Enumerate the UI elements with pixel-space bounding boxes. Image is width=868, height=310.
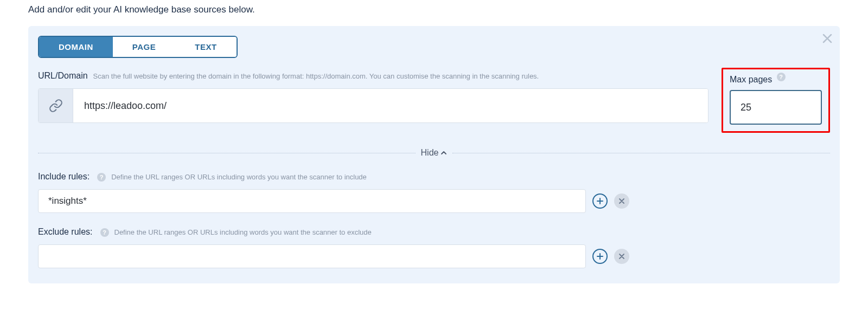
tab-text[interactable]: TEXT xyxy=(175,37,236,57)
exclude-rules-label: Exclude rules: xyxy=(38,227,93,237)
include-rule-input[interactable] xyxy=(38,189,586,213)
rules-divider: Hide xyxy=(38,148,830,158)
help-icon[interactable]: ? xyxy=(100,228,109,237)
divider-line-left xyxy=(38,153,416,153)
url-input[interactable] xyxy=(73,89,708,122)
close-button[interactable] xyxy=(822,34,832,46)
x-icon xyxy=(619,198,624,204)
include-rules-hint: Define the URL ranges OR URLs including … xyxy=(111,173,367,181)
link-icon xyxy=(39,89,73,122)
remove-include-rule-button[interactable] xyxy=(614,193,629,209)
include-rules-label: Include rules: xyxy=(38,172,90,182)
hide-label: Hide xyxy=(421,148,439,158)
source-type-tabs: DOMAIN PAGE TEXT xyxy=(38,36,238,58)
exclude-rule-input[interactable] xyxy=(38,244,586,268)
url-input-group xyxy=(38,88,709,123)
url-domain-label: URL/Domain xyxy=(38,71,88,81)
help-icon[interactable]: ? xyxy=(777,73,786,81)
tab-page[interactable]: PAGE xyxy=(113,37,175,57)
max-pages-input[interactable] xyxy=(730,90,822,125)
divider-line-right xyxy=(452,153,830,153)
add-include-rule-button[interactable] xyxy=(592,193,608,209)
remove-exclude-rule-button[interactable] xyxy=(614,249,629,264)
add-exclude-rule-button[interactable] xyxy=(592,249,608,264)
help-icon[interactable]: ? xyxy=(97,173,106,182)
plus-icon xyxy=(597,198,603,204)
url-domain-hint: Scan the full website by entering the do… xyxy=(93,72,539,80)
max-pages-section: Max pages ? xyxy=(722,68,830,133)
chevron-up-icon xyxy=(441,150,447,156)
hide-toggle[interactable]: Hide xyxy=(421,148,448,158)
exclude-rules-hint: Define the URL ranges OR URLs including … xyxy=(114,228,372,236)
plus-icon xyxy=(597,253,603,260)
page-intro: Add and/or edit your AI knowledge base s… xyxy=(28,0,840,15)
tab-domain[interactable]: DOMAIN xyxy=(39,37,113,57)
x-icon xyxy=(619,254,624,259)
close-icon xyxy=(822,34,832,43)
max-pages-label: Max pages xyxy=(730,75,772,85)
source-panel: DOMAIN PAGE TEXT URL/Domain Scan the ful… xyxy=(28,26,840,283)
